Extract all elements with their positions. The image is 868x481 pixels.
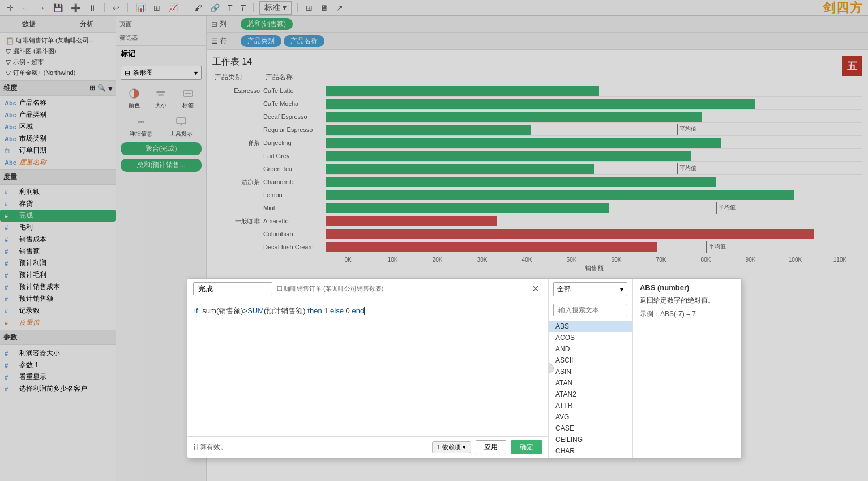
func-dropdown-label: 全部 bbox=[557, 284, 571, 294]
kw-then: then bbox=[307, 307, 322, 315]
func-search-input[interactable] bbox=[553, 304, 627, 316]
func-desc-example: 示例：ABS(-7) = 7 bbox=[640, 309, 734, 319]
func-item[interactable]: ACOS bbox=[549, 332, 632, 343]
modal-formula-editor[interactable]: if sum(销售额)>SUM(预计销售额) then 1 else 0 end… bbox=[187, 299, 548, 436]
formula-text: sum(销售额)> bbox=[202, 307, 247, 315]
cursor: ​ bbox=[364, 307, 365, 315]
func-dropdown-area: 全部 ▾ bbox=[549, 279, 632, 300]
func-desc-text: 返回给定数字的绝对值。 bbox=[640, 295, 734, 306]
func-item[interactable]: AVG bbox=[549, 411, 632, 423]
dep-badge-button[interactable]: 1 依赖项 ▾ bbox=[432, 441, 471, 453]
func-list: ABSACOSANDASCIIASINATANATAN2ATTRAVGCASEC… bbox=[549, 320, 632, 458]
func-item[interactable]: ABS bbox=[549, 321, 632, 332]
func-desc-area: ABS (number) 返回给定数字的绝对值。 示例：ABS(-7) = 7 bbox=[632, 279, 741, 458]
formula-text2: (预计销售额) bbox=[264, 307, 307, 315]
func-dropdown[interactable]: 全部 ▾ bbox=[553, 282, 627, 296]
func-item[interactable]: CASE bbox=[549, 423, 632, 434]
modal-close-button[interactable]: ✕ bbox=[528, 282, 542, 295]
modal-right: ‹ 全部 ▾ ABSACOSANDASCIIASINATANATAN2ATTRA… bbox=[549, 279, 741, 458]
kw-sum: SUM bbox=[247, 307, 264, 315]
kw-end: end bbox=[352, 307, 364, 315]
modal-overlay: ☐ 咖啡销售订单 (某咖啡公司销售数表) ✕ if sum(销售额)>SUM(预… bbox=[0, 0, 868, 481]
func-item[interactable]: AND bbox=[549, 343, 632, 355]
modal-box: ☐ 咖啡销售订单 (某咖啡公司销售数表) ✕ if sum(销售额)>SUM(预… bbox=[187, 278, 742, 458]
func-list-panel: 全部 ▾ ABSACOSANDASCIIASINATANATAN2ATTRAVG… bbox=[549, 279, 632, 458]
kw-else: else bbox=[330, 307, 344, 315]
func-item[interactable]: ASCII bbox=[549, 355, 632, 366]
modal-source-label: ☐ 咖啡销售订单 (某咖啡公司销售数表) bbox=[277, 284, 383, 293]
func-item[interactable]: CHAR bbox=[549, 445, 632, 457]
formula-text4: 0 bbox=[344, 307, 352, 315]
func-item[interactable]: ATAN bbox=[549, 377, 632, 389]
kw-if: if bbox=[194, 307, 198, 315]
formula-text3: 1 bbox=[322, 307, 330, 315]
apply-button[interactable]: 应用 bbox=[476, 440, 506, 454]
func-desc-title: ABS (number) bbox=[640, 283, 734, 292]
modal-left: ☐ 咖啡销售订单 (某咖啡公司销售数表) ✕ if sum(销售额)>SUM(预… bbox=[187, 279, 549, 458]
func-item[interactable]: ASIN bbox=[549, 366, 632, 377]
func-item[interactable]: ATTR bbox=[549, 400, 632, 411]
ok-button[interactable]: 确定 bbox=[511, 440, 542, 454]
func-item[interactable]: CEILING bbox=[549, 434, 632, 445]
func-item[interactable]: ATAN2 bbox=[549, 389, 632, 400]
modal-header: ☐ 咖啡销售订单 (某咖啡公司销售数表) ✕ bbox=[187, 279, 548, 299]
modal-footer: 计算有效。 1 依赖项 ▾ 应用 确定 bbox=[187, 436, 548, 458]
modal-title-input[interactable] bbox=[193, 282, 272, 295]
calc-valid-label: 计算有效。 bbox=[193, 442, 227, 452]
func-chevron-icon: ▾ bbox=[620, 286, 623, 293]
